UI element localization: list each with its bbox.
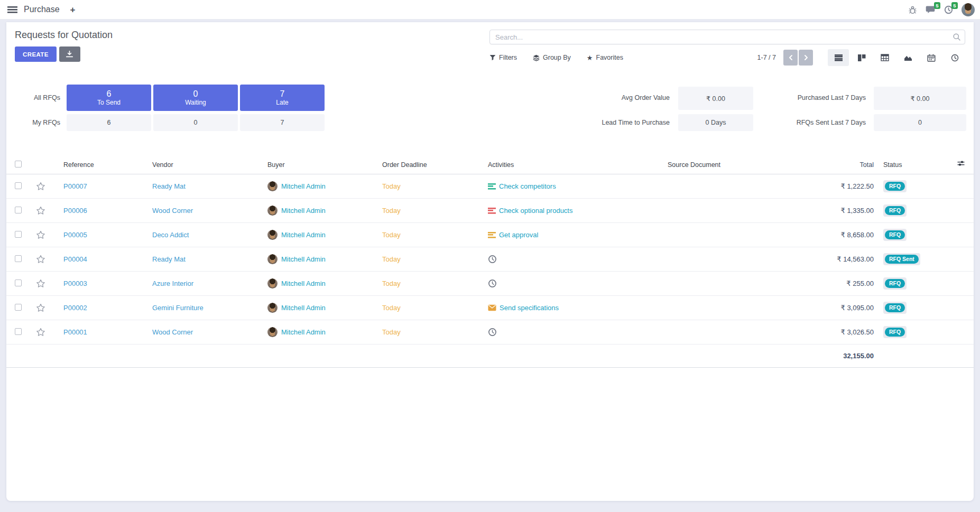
search-icon[interactable]	[953, 33, 961, 43]
reference-link[interactable]: P00002	[63, 304, 87, 312]
buyer-link[interactable]: Mitchell Admin	[281, 255, 326, 263]
clock-icon[interactable]	[488, 279, 497, 288]
kpi-all-waiting[interactable]: 0 Waiting	[153, 85, 238, 111]
view-graph-button[interactable]	[898, 49, 919, 66]
buyer-link[interactable]: Mitchell Admin	[281, 280, 326, 287]
total-amount: ₹ 3,026.50	[810, 328, 874, 336]
header-status[interactable]: Status	[874, 161, 953, 169]
view-kanban-button[interactable]	[851, 49, 872, 66]
filters-button[interactable]: Filters	[489, 54, 517, 61]
sliders-icon	[957, 160, 965, 167]
table-row[interactable]: P00003 Azure Interior Mitchell Admin Tod…	[6, 272, 974, 296]
pager-next-button[interactable]	[799, 50, 813, 66]
buyer-link[interactable]: Mitchell Admin	[281, 207, 326, 215]
buyer-link[interactable]: Mitchell Admin	[281, 304, 326, 312]
kpi-all-to-send[interactable]: 6 To Send	[67, 85, 151, 111]
row-checkbox[interactable]	[15, 182, 22, 189]
row-checkbox[interactable]	[15, 207, 22, 213]
messages-menu[interactable]: 5	[926, 5, 936, 14]
favorite-star-icon[interactable]	[36, 230, 45, 239]
table-row[interactable]: P00005 Deco Addict Mitchell Admin Today …	[6, 223, 974, 247]
table-row[interactable]: P00002 Gemini Furniture Mitchell Admin T…	[6, 296, 974, 320]
activities-menu[interactable]: 5	[944, 5, 953, 14]
activity-link[interactable]: Get approval	[499, 231, 538, 239]
vendor-link[interactable]: Wood Corner	[152, 328, 193, 336]
view-activity-button[interactable]	[944, 49, 965, 66]
search-input[interactable]	[489, 30, 965, 44]
vendor-link[interactable]: Wood Corner	[152, 207, 193, 215]
buyer-link[interactable]: Mitchell Admin	[281, 231, 326, 239]
header-reference[interactable]: Reference	[63, 161, 152, 169]
clock-icon[interactable]	[488, 255, 497, 264]
app-name[interactable]: Purchase	[24, 5, 60, 14]
reference-link[interactable]: P00003	[63, 280, 87, 287]
row-checkbox[interactable]	[15, 328, 22, 335]
row-checkbox[interactable]	[15, 280, 22, 286]
buyer-link[interactable]: Mitchell Admin	[281, 182, 326, 190]
create-button[interactable]: CREATE	[15, 46, 57, 62]
vendor-link[interactable]: Azure Interior	[152, 280, 193, 287]
table-row[interactable]: P00007 Ready Mat Mitchell Admin Today Ch…	[6, 174, 974, 199]
vendor-link[interactable]: Deco Addict	[152, 231, 189, 239]
favorite-star-icon[interactable]	[36, 182, 45, 191]
favorite-star-icon[interactable]	[36, 206, 45, 215]
favorites-button[interactable]: ★ Favorites	[587, 54, 623, 62]
favorite-star-icon[interactable]	[36, 303, 45, 312]
header-source-document[interactable]: Source Document	[668, 161, 810, 169]
table-row[interactable]: P00004 Ready Mat Mitchell Admin Today ₹ …	[6, 247, 974, 272]
status-badge: RFQ	[883, 302, 907, 314]
favorite-star-icon[interactable]	[36, 255, 45, 264]
activity-link[interactable]: Send specifications	[500, 304, 559, 312]
reference-link[interactable]: P00005	[63, 231, 87, 239]
row-checkbox[interactable]	[15, 231, 22, 238]
table-row[interactable]: P00006 Wood Corner Mitchell Admin Today …	[6, 199, 974, 223]
filter-funnel-icon	[489, 54, 496, 61]
debug-bug-icon[interactable]	[908, 5, 917, 14]
activity-link[interactable]: Check optional products	[499, 207, 572, 215]
reference-link[interactable]: P00004	[63, 255, 87, 263]
header-vendor[interactable]: Vendor	[152, 161, 267, 169]
header-total[interactable]: Total	[810, 161, 874, 169]
table-row[interactable]: P00001 Wood Corner Mitchell Admin Today …	[6, 320, 974, 345]
kpi-my-to-send[interactable]: 6	[67, 114, 151, 131]
reference-link[interactable]: P00006	[63, 207, 87, 215]
vendor-link[interactable]: Ready Mat	[152, 255, 186, 263]
clock-icon[interactable]	[488, 328, 497, 337]
kpi-my-waiting[interactable]: 0	[153, 114, 238, 131]
kpi-all-late[interactable]: 7 Late	[240, 85, 325, 111]
header-buyer[interactable]: Buyer	[267, 161, 382, 169]
optional-columns-button[interactable]	[957, 160, 965, 169]
header-activities[interactable]: Activities	[488, 161, 668, 169]
view-list-button[interactable]	[828, 49, 849, 66]
pager-previous-button[interactable]	[783, 50, 798, 66]
row-checkbox[interactable]	[15, 255, 22, 262]
vendor-link[interactable]: Ready Mat	[152, 182, 186, 190]
apps-menu-icon[interactable]	[7, 6, 17, 13]
export-button[interactable]	[59, 46, 80, 62]
activity-link[interactable]: Check competitors	[499, 182, 556, 190]
user-avatar[interactable]	[961, 3, 975, 16]
rfqs-sent-last7-box: 0	[874, 114, 966, 131]
header-order-deadline[interactable]: Order Deadline	[382, 161, 488, 169]
kpi-my-late[interactable]: 7	[240, 114, 325, 131]
favorite-star-icon[interactable]	[36, 279, 45, 288]
new-tab-plus-button[interactable]: +	[70, 5, 76, 14]
select-all-checkbox[interactable]	[15, 161, 22, 167]
view-calendar-button[interactable]	[921, 49, 942, 66]
status-badge: RFQ	[883, 229, 907, 241]
table-footer-row: 32,155.00	[6, 345, 974, 368]
buyer-link[interactable]: Mitchell Admin	[281, 328, 326, 336]
kpi-column-late: 7 Late 7	[240, 85, 325, 131]
group-by-button[interactable]: Group By	[533, 54, 571, 61]
activity-view-clock-icon	[951, 54, 959, 62]
reference-link[interactable]: P00001	[63, 328, 87, 336]
favorite-star-icon[interactable]	[36, 328, 45, 337]
graph-view-icon	[904, 54, 912, 61]
total-amount: ₹ 255.00	[810, 280, 874, 287]
footer-total-sum: 32,155.00	[810, 352, 874, 360]
reference-link[interactable]: P00007	[63, 182, 87, 190]
row-checkbox[interactable]	[15, 304, 22, 311]
vendor-link[interactable]: Gemini Furniture	[152, 304, 204, 312]
view-pivot-button[interactable]	[874, 49, 895, 66]
total-amount: ₹ 3,095.00	[810, 304, 874, 312]
